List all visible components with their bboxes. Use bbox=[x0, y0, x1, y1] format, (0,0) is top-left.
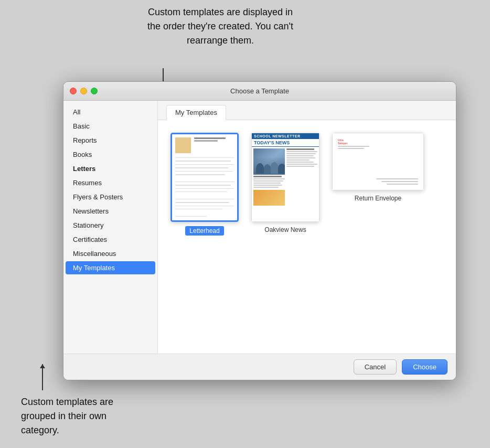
sidebar: AllBasicReportsBooksLettersResumesFlyers… bbox=[63, 101, 158, 354]
annotation-bottom: Custom templates are grouped in their ow… bbox=[21, 395, 136, 438]
template-item-envelope[interactable]: UmaSemper Return Envelope bbox=[332, 133, 424, 236]
template-item-letterhead[interactable]: Letterhead bbox=[171, 133, 239, 236]
minimize-button[interactable] bbox=[80, 88, 87, 94]
sidebar-item-stationery[interactable]: Stationery bbox=[66, 219, 155, 232]
titlebar: Choose a Template bbox=[63, 82, 456, 101]
window-title: Choose a Template bbox=[230, 87, 289, 95]
lh-name-line bbox=[194, 137, 226, 139]
env-to-address bbox=[338, 178, 418, 185]
choose-button[interactable]: Choose bbox=[402, 359, 448, 375]
lh-sub-line bbox=[194, 140, 218, 142]
sidebar-item-letters[interactable]: Letters bbox=[66, 162, 155, 175]
ov-main-image bbox=[253, 148, 285, 175]
main-content: My Templates bbox=[158, 101, 456, 354]
sidebar-item-newsletters[interactable]: Newsletters bbox=[66, 205, 155, 218]
arrow-bottom-indicator bbox=[42, 364, 43, 390]
footer: Cancel Choose bbox=[63, 354, 456, 380]
sidebar-item-miscellaneous[interactable]: Miscellaneous bbox=[66, 247, 155, 260]
annotation-top: Custom templates are displayed in the or… bbox=[142, 5, 299, 48]
template-thumb-letterhead bbox=[171, 133, 239, 222]
maximize-button[interactable] bbox=[91, 88, 98, 94]
window-body: AllBasicReportsBooksLettersResumesFlyers… bbox=[63, 101, 456, 354]
oakview-preview: SCHOOL NEWSLETTER TODAY'S NEWS bbox=[251, 133, 319, 222]
template-label-oakview: Oakview News bbox=[264, 226, 306, 233]
template-thumb-oakview: SCHOOL NEWSLETTER TODAY'S NEWS bbox=[251, 133, 319, 222]
template-thumb-envelope: UmaSemper bbox=[332, 133, 424, 190]
template-label-envelope: Return Envelope bbox=[355, 195, 401, 202]
ov-top-bar: SCHOOL NEWSLETTER bbox=[252, 133, 319, 139]
ov-title: TODAY'S NEWS bbox=[252, 139, 319, 147]
sidebar-item-all[interactable]: All bbox=[66, 105, 155, 119]
close-button[interactable] bbox=[70, 88, 77, 94]
sidebar-item-reports[interactable]: Reports bbox=[66, 134, 155, 147]
tab-my-templates[interactable]: My Templates bbox=[166, 105, 226, 120]
tab-bar: My Templates bbox=[158, 101, 456, 120]
env-return-address: UmaSemper bbox=[338, 138, 418, 149]
traffic-lights bbox=[70, 88, 98, 94]
envelope-preview: UmaSemper bbox=[332, 133, 424, 190]
lh-logo bbox=[175, 137, 191, 153]
cancel-button[interactable]: Cancel bbox=[354, 359, 397, 375]
sidebar-item-flyers-posters[interactable]: Flyers & Posters bbox=[66, 190, 155, 204]
template-chooser-window: Choose a Template AllBasicReportsBooksLe… bbox=[63, 81, 456, 380]
template-item-oakview[interactable]: SCHOOL NEWSLETTER TODAY'S NEWS bbox=[251, 133, 319, 236]
sidebar-item-basic[interactable]: Basic bbox=[66, 120, 155, 133]
template-grid: Letterhead SCHOOL NEWSLETTER TODAY'S NEW… bbox=[158, 120, 456, 354]
sidebar-item-books[interactable]: Books bbox=[66, 148, 155, 161]
ov-bottom-image bbox=[253, 190, 285, 206]
template-label-letterhead: Letterhead bbox=[185, 226, 223, 236]
sidebar-item-certificates[interactable]: Certificates bbox=[66, 233, 155, 246]
sidebar-item-my-templates[interactable]: My Templates bbox=[66, 261, 155, 274]
letterhead-preview bbox=[171, 133, 239, 222]
sidebar-item-resumes[interactable]: Resumes bbox=[66, 176, 155, 189]
